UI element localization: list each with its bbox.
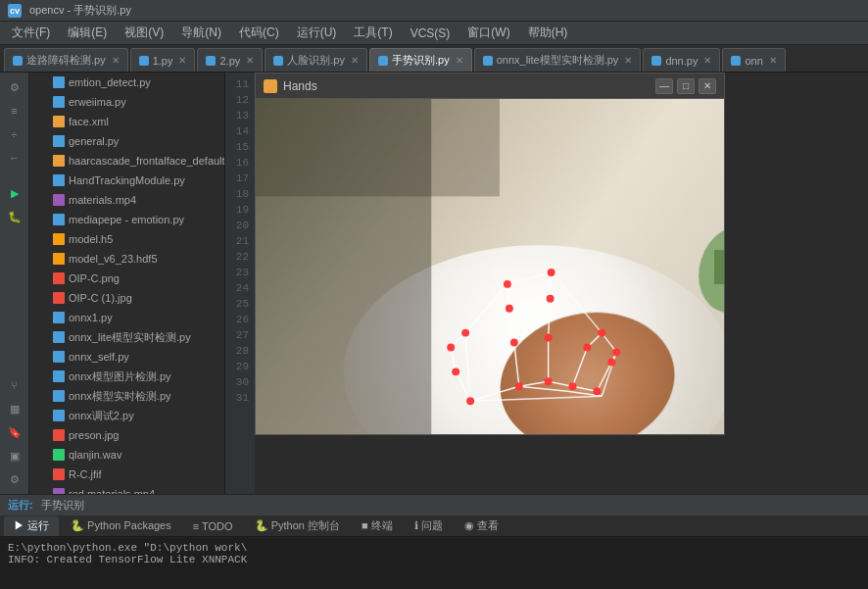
file-name: onnx模型图片检测.py (69, 369, 171, 384)
file-item[interactable]: onnx模型实时检测.py (29, 386, 224, 406)
editor-tab[interactable]: onnx_lite模型实时检测.py✕ (474, 48, 642, 72)
line-number: 12 (225, 92, 249, 108)
file-icon (53, 488, 65, 494)
file-item[interactable]: red materials.mp4 (29, 484, 224, 494)
file-item[interactable]: onnx调试2.py (29, 406, 224, 425)
tab-label: onn (745, 55, 762, 67)
file-icon (53, 233, 65, 245)
close-btn[interactable]: ✕ (699, 78, 716, 94)
svg-line-4 (509, 309, 514, 343)
line-number: 17 (225, 171, 249, 186)
tab-close-btn[interactable]: ✕ (246, 55, 254, 66)
tab-close-btn[interactable]: ✕ (769, 55, 777, 66)
bottom-tab[interactable]: ■ 终端 (352, 516, 403, 536)
file-item[interactable]: mediapepe - emotion.py (29, 210, 224, 229)
git-btn[interactable]: ⑂ (4, 374, 25, 396)
line-number: 16 (225, 155, 249, 171)
settings-btn[interactable]: ⚙ (4, 468, 25, 490)
file-name: qlanjin.wav (69, 449, 121, 461)
bottom-toolbar: 运行: 手势识别 (0, 494, 868, 515)
file-item[interactable]: haarcascade_frontalface_default.xml (29, 151, 224, 171)
bookmark-btn[interactable]: 🔖 (4, 421, 25, 443)
tab-close-btn[interactable]: ✕ (351, 55, 359, 66)
bottom-tab[interactable]: ≡ TODO (183, 516, 243, 536)
menu-item[interactable]: 代码(C) (231, 23, 287, 43)
menu-item[interactable]: 导航(N) (173, 23, 229, 43)
file-item[interactable]: erweiima.py (29, 92, 224, 112)
svg-line-21 (602, 352, 616, 396)
file-item[interactable]: OIP-C.png (29, 269, 224, 288)
file-item[interactable]: model_v6_23.hdf5 (29, 249, 224, 269)
svg-point-37 (548, 269, 555, 276)
file-item[interactable]: general.py (29, 131, 224, 151)
tab-close-btn[interactable]: ✕ (178, 55, 186, 66)
toolbar-btn-1[interactable]: ⚙ (4, 76, 25, 98)
file-item[interactable]: preson.jpg (29, 425, 224, 445)
file-item[interactable]: qlanjin.wav (29, 445, 224, 465)
maximize-btn[interactable]: □ (677, 78, 695, 94)
svg-point-36 (547, 295, 555, 303)
file-item[interactable]: onnx_self.py (29, 347, 224, 367)
file-item[interactable]: onnx模型图片检测.py (29, 367, 224, 386)
file-item[interactable]: R-C.jfif (29, 465, 224, 484)
svg-point-40 (598, 329, 605, 337)
line-number: 22 (225, 249, 249, 265)
editor-tab[interactable]: 手势识别.py✕ (369, 48, 472, 72)
svg-line-17 (552, 272, 603, 333)
terminal-btn[interactable]: ▣ (4, 445, 25, 466)
file-item[interactable]: emtion_detect.py (29, 73, 224, 92)
svg-line-22 (470, 396, 602, 401)
svg-point-33 (504, 280, 511, 288)
file-icon (53, 174, 65, 186)
file-icon (53, 390, 65, 402)
tab-close-btn[interactable]: ✕ (624, 55, 632, 66)
debug-btn[interactable]: 🐛 (4, 206, 25, 227)
file-item[interactable]: onnx1.py (29, 308, 224, 327)
file-item[interactable]: HandTrackingModule.py (29, 171, 224, 190)
menu-item[interactable]: 运行(U) (289, 23, 345, 43)
tab-close-btn[interactable]: ✕ (112, 55, 120, 66)
svg-line-16 (507, 272, 552, 284)
file-item[interactable]: face.xml (29, 112, 224, 131)
menu-item[interactable]: 视图(V) (117, 23, 171, 43)
run-btn[interactable]: ▶ (4, 182, 25, 204)
bottom-tab[interactable]: 🐍 Python Packages (61, 516, 181, 536)
editor-tab[interactable]: 2.py✕ (197, 48, 263, 72)
menu-item[interactable]: 文件(F) (4, 23, 58, 43)
bottom-tab[interactable]: ◉ 查看 (455, 516, 508, 536)
file-item[interactable]: materials.mp4 (29, 190, 224, 210)
tab-close-btn[interactable]: ✕ (703, 55, 711, 66)
menu-item[interactable]: 工具(T) (346, 23, 400, 43)
file-item[interactable]: OIP-C (1).jpg (29, 288, 224, 308)
menu-item[interactable]: 帮助(H) (520, 23, 576, 43)
file-icon (53, 312, 65, 323)
menu-item[interactable]: 编辑(E) (60, 23, 115, 43)
menu-item[interactable]: 窗口(W) (459, 23, 517, 43)
bottom-tab[interactable]: ℹ 问题 (405, 516, 453, 536)
bottom-tab[interactable]: ▶ 运行 (4, 516, 59, 536)
editor-tab[interactable]: dnn.py✕ (643, 48, 720, 72)
file-item[interactable]: model.h5 (29, 229, 224, 249)
menu-bar: 文件(F)编辑(E)视图(V)导航(N)代码(C)运行(U)工具(T)VCS(S… (0, 22, 868, 45)
svg-point-30 (515, 382, 523, 390)
editor-tab[interactable]: 途路障碍检测.py✕ (4, 48, 128, 72)
editor-tab[interactable]: 人脸识别.py✕ (265, 48, 367, 72)
minimize-btn[interactable]: — (655, 78, 673, 94)
structure-btn[interactable]: ▦ (4, 398, 25, 419)
file-item[interactable]: onnx_lite模型实时检测.py (29, 327, 224, 347)
tab-close-btn[interactable]: ✕ (456, 55, 463, 66)
file-icon (53, 449, 65, 461)
toolbar-btn-3[interactable]: ÷ (4, 123, 25, 145)
hands-titlebar[interactable]: Hands — □ ✕ (256, 74, 724, 99)
editor-tab[interactable]: onn✕ (722, 48, 785, 72)
editor-tab[interactable]: 1.py✕ (130, 48, 196, 72)
file-icon (53, 76, 65, 88)
tab-label: 手势识别.py (392, 53, 450, 68)
menu-item[interactable]: VCS(S) (403, 25, 458, 42)
file-name: haarcascade_frontalface_default.xml (69, 155, 225, 167)
toolbar-btn-2[interactable]: ≡ (4, 100, 25, 122)
toolbar-btn-4[interactable]: ← (4, 147, 25, 169)
svg-point-43 (612, 349, 620, 357)
file-name: erweiima.py (69, 96, 126, 108)
bottom-tab[interactable]: 🐍 Python 控制台 (245, 516, 350, 536)
